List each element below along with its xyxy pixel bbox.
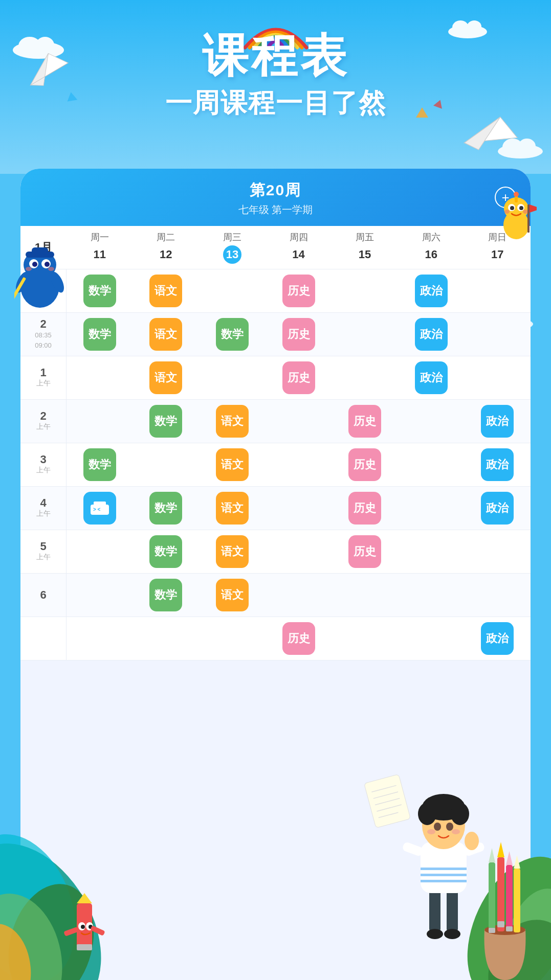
subject-6-tue[interactable]: 数学 xyxy=(133,487,200,530)
day-col-3: 周四 14 xyxy=(266,226,332,269)
subject-tag[interactable]: 历史 xyxy=(348,535,381,568)
subject-tag[interactable]: 数学 xyxy=(149,535,182,568)
svg-rect-44 xyxy=(94,502,106,507)
svg-rect-41 xyxy=(527,204,530,233)
subject-tag[interactable]: 历史 xyxy=(282,361,315,394)
time-cell-3: 1 上午 xyxy=(20,356,67,399)
svg-text:> <: > < xyxy=(93,507,101,512)
day-name-5: 周六 xyxy=(400,231,462,243)
subject-1-tue[interactable]: 语文 xyxy=(133,269,200,312)
subject-tag[interactable]: 语文 xyxy=(216,492,249,525)
subject-4-sun[interactable]: 政治 xyxy=(464,400,531,443)
subject-tag[interactable]: 历史 xyxy=(348,492,381,525)
subject-4-tue[interactable]: 数学 xyxy=(133,400,200,443)
subject-9-wed xyxy=(199,617,266,660)
subject-4-wed[interactable]: 语文 xyxy=(199,400,266,443)
subject-3-sat[interactable]: 政治 xyxy=(398,356,465,399)
day-col-1: 周二 12 xyxy=(133,226,200,269)
schedule-grid: 1 08:00 08:30 数学 语文 历史 政治 2 0 xyxy=(20,269,531,660)
subject-7-tue[interactable]: 数学 xyxy=(133,530,200,573)
subject-7-mon xyxy=(67,530,133,573)
subject-2-thu[interactable]: 历史 xyxy=(266,313,332,356)
subject-3-tue[interactable]: 语文 xyxy=(133,356,200,399)
subject-tag[interactable]: 语文 xyxy=(149,361,182,394)
svg-point-72 xyxy=(452,829,460,834)
subject-8-mon xyxy=(67,574,133,617)
subject-2-wed[interactable]: 数学 xyxy=(199,313,266,356)
subject-tag[interactable]: 历史 xyxy=(282,275,315,307)
subject-5-sun[interactable]: 政治 xyxy=(464,443,531,486)
svg-rect-55 xyxy=(447,888,458,934)
subject-9-thu[interactable]: 历史 xyxy=(266,617,332,660)
subject-6-wed[interactable]: 语文 xyxy=(199,487,266,530)
subject-tag[interactable]: 数学 xyxy=(216,318,249,351)
subject-tag[interactable]: 语文 xyxy=(149,318,182,351)
subject-2-tue[interactable]: 语文 xyxy=(133,313,200,356)
day-name-0: 周一 xyxy=(69,231,131,243)
subject-7-fri[interactable]: 历史 xyxy=(332,530,398,573)
day-name-2: 周三 xyxy=(201,231,263,243)
schedule-row-2: 2 08:35 09:00 数学 语文 数学 历史 政治 xyxy=(20,313,531,356)
semester-title: 七年级 第一学期 xyxy=(36,203,515,217)
subject-tag[interactable]: 政治 xyxy=(415,318,448,351)
subject-1-fri xyxy=(332,269,398,312)
subject-8-sat xyxy=(398,574,465,617)
svg-rect-77 xyxy=(506,865,513,931)
time-cell-6: 4 上午 xyxy=(20,487,67,530)
subject-3-sun xyxy=(464,356,531,399)
subject-1-sat[interactable]: 政治 xyxy=(398,269,465,312)
day-name-1: 周二 xyxy=(135,231,197,243)
subject-tag[interactable]: 数学 xyxy=(149,492,182,525)
svg-rect-92 xyxy=(63,927,79,937)
subject-tag[interactable]: 政治 xyxy=(481,405,514,438)
day-name-3: 周四 xyxy=(268,231,330,243)
subject-8-wed[interactable]: 语文 xyxy=(199,574,266,617)
svg-point-39 xyxy=(504,210,510,214)
subject-tag[interactable]: 数学 xyxy=(149,579,182,611)
subject-8-tue[interactable]: 数学 xyxy=(133,574,200,617)
svg-rect-28 xyxy=(32,247,48,255)
subject-9-sun[interactable]: 政治 xyxy=(464,617,531,660)
subject-tag[interactable]: 数学 xyxy=(83,448,116,481)
subject-tag[interactable]: 语文 xyxy=(216,535,249,568)
subject-6-fri[interactable]: 历史 xyxy=(332,487,398,530)
day-header-row: 1月 周一 11 周二 12 周三 13 周四 14 周五 15 周六 16 周… xyxy=(20,226,531,269)
subject-6-sun[interactable]: 政治 xyxy=(464,487,531,530)
subject-2-mon[interactable]: 数学 xyxy=(67,313,133,356)
subject-7-sun xyxy=(464,530,531,573)
svg-point-35 xyxy=(510,206,514,210)
subject-7-wed[interactable]: 语文 xyxy=(199,530,266,573)
subject-5-fri[interactable]: 历史 xyxy=(332,443,398,486)
subject-3-wed xyxy=(199,356,266,399)
subject-tag[interactable]: 政治 xyxy=(415,275,448,307)
subject-tag[interactable]: 历史 xyxy=(348,448,381,481)
subject-tag[interactable]: 语文 xyxy=(149,275,182,307)
subject-1-thu[interactable]: 历史 xyxy=(266,269,332,312)
schedule-row-4: 2 上午 数学 语文 历史 政治 xyxy=(20,400,531,443)
subject-tag[interactable]: 语文 xyxy=(216,405,249,438)
subject-tag[interactable]: 政治 xyxy=(481,492,514,525)
subject-tag[interactable]: 语文 xyxy=(216,579,249,611)
subject-tag[interactable]: 政治 xyxy=(481,622,514,655)
subject-3-thu[interactable]: 历史 xyxy=(266,356,332,399)
subject-tag[interactable]: 历史 xyxy=(348,405,381,438)
subject-5-wed[interactable]: 语文 xyxy=(199,443,266,486)
svg-rect-74 xyxy=(497,857,504,931)
time-cell-9 xyxy=(20,617,67,660)
subject-tag[interactable]: 数学 xyxy=(83,318,116,351)
subject-tag[interactable]: 历史 xyxy=(282,622,315,655)
subject-tag[interactable]: 数学 xyxy=(83,275,116,307)
subject-tag[interactable]: 历史 xyxy=(282,318,315,351)
subject-8-sun xyxy=(464,574,531,617)
subject-tag[interactable]: 语文 xyxy=(216,448,249,481)
subject-tag[interactable]: 数学 xyxy=(149,405,182,438)
subject-tag[interactable]: 政治 xyxy=(415,361,448,394)
subject-tag[interactable]: 政治 xyxy=(481,448,514,481)
day-col-4: 周五 15 xyxy=(332,226,398,269)
svg-marker-42 xyxy=(530,204,537,213)
svg-point-57 xyxy=(444,929,460,939)
subject-1-mon[interactable]: 数学 xyxy=(67,269,133,312)
subject-4-fri[interactable]: 历史 xyxy=(332,400,398,443)
subject-5-mon[interactable]: 数学 xyxy=(67,443,133,486)
subject-2-sat[interactable]: 政治 xyxy=(398,313,465,356)
